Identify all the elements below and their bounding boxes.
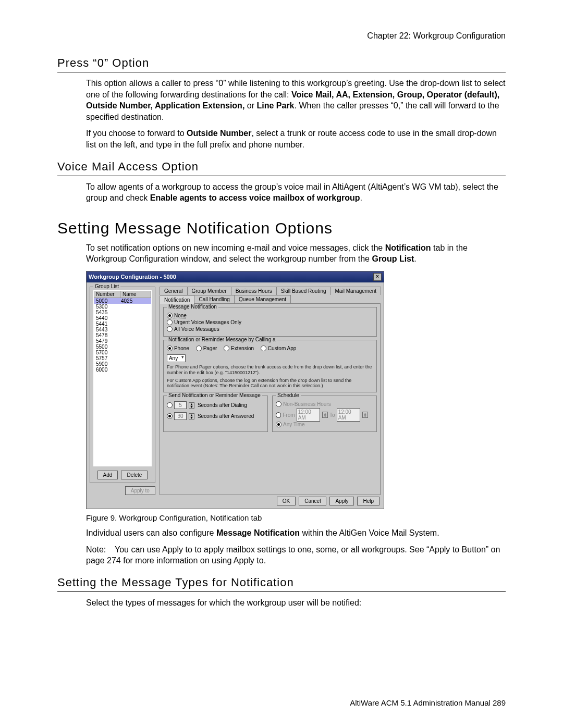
tab-row-1: GeneralGroup MemberBusiness HoursSkill B… bbox=[160, 287, 381, 295]
text: . bbox=[264, 556, 266, 565]
tab-business-hours[interactable]: Business Hours bbox=[231, 287, 277, 295]
add-button[interactable]: Add bbox=[97, 471, 118, 479]
text-bold: Apply to bbox=[162, 545, 192, 554]
col-name[interactable]: Name bbox=[120, 291, 151, 298]
after-figure-para: Individual users can also configure Mess… bbox=[86, 527, 506, 539]
ok-button[interactable]: OK bbox=[277, 497, 296, 505]
section-press-0-title: Press “0” Option bbox=[57, 56, 506, 72]
radio-icon bbox=[167, 326, 173, 332]
to-time-input[interactable]: 12:00 AM bbox=[337, 408, 360, 422]
radio-seconds-after-answered[interactable]: 30▲▼ Seconds after Answered bbox=[167, 412, 254, 420]
figure-caption: Figure 9. Workgroup Configuration, Notif… bbox=[86, 513, 506, 522]
spinner-icon[interactable]: ▲▼ bbox=[189, 402, 194, 409]
tab-mail-management[interactable]: Mail Management bbox=[331, 287, 381, 295]
by-calling-label: Notification or Reminder Message by Call… bbox=[167, 337, 277, 342]
dialog-titlebar[interactable]: Workgroup Configuration - 5000 × bbox=[87, 272, 384, 282]
radio-none[interactable]: None bbox=[167, 313, 187, 318]
text: Individual users can also configure bbox=[86, 528, 216, 537]
radio-urgent[interactable]: Urgent Voice Messages Only bbox=[167, 319, 241, 325]
radio-icon bbox=[167, 319, 173, 325]
help-text-1: For Phone and Pager options, choose the … bbox=[167, 364, 373, 376]
from-time-input[interactable]: 12:00 AM bbox=[297, 408, 320, 422]
answered-seconds-input[interactable]: 30 bbox=[174, 412, 187, 420]
radio-from-to[interactable]: From 12:00 AM▲▼ To 12:00 AM▲▼ bbox=[276, 408, 368, 422]
radio-non-business-hours[interactable]: Non-Business Hours bbox=[276, 401, 331, 407]
group-list-grid[interactable]: Number Name 5000402553005435544054415443… bbox=[93, 290, 152, 466]
text-bold: Line Park bbox=[256, 101, 294, 110]
table-row[interactable]: 5435 bbox=[94, 310, 151, 315]
text-bold: Enable agents to access voice mailbox of… bbox=[150, 193, 360, 202]
table-row[interactable]: 5500 bbox=[94, 344, 151, 350]
vm-access-para: To allow agents of a workgroup to access… bbox=[86, 181, 506, 204]
table-row[interactable]: 5700 bbox=[94, 350, 151, 355]
table-row[interactable]: 5300 bbox=[94, 304, 151, 310]
tab-skill-based-routing[interactable]: Skill Based Routing bbox=[276, 287, 331, 295]
spinner-icon[interactable]: ▲▼ bbox=[362, 412, 368, 418]
help-button[interactable]: Help bbox=[357, 497, 380, 505]
table-row[interactable]: 5443 bbox=[94, 327, 151, 332]
radio-icon bbox=[276, 401, 282, 407]
radio-extension[interactable]: Extension bbox=[224, 346, 254, 351]
table-row[interactable]: 5441 bbox=[94, 321, 151, 327]
tab-group-member[interactable]: Group Member bbox=[187, 287, 231, 295]
radio-pager[interactable]: Pager bbox=[196, 346, 217, 351]
table-row[interactable]: 5440 bbox=[94, 315, 151, 321]
dialog-title: Workgroup Configuration - 5000 bbox=[89, 274, 176, 280]
table-row[interactable]: 5478 bbox=[94, 332, 151, 338]
cancel-button[interactable]: Cancel bbox=[299, 497, 326, 505]
table-row[interactable]: 5757 bbox=[94, 355, 151, 361]
text-bold: Apply to bbox=[234, 556, 264, 565]
radio-icon bbox=[196, 346, 202, 351]
spinner-icon[interactable]: ▲▼ bbox=[322, 412, 328, 418]
radio-phone[interactable]: Phone bbox=[167, 346, 189, 351]
radio-any-time[interactable]: Any Time bbox=[276, 422, 305, 427]
radio-icon bbox=[224, 346, 229, 351]
radio-icon bbox=[167, 413, 173, 419]
table-row[interactable]: 5479 bbox=[94, 338, 151, 344]
tab-general[interactable]: General bbox=[160, 287, 188, 295]
radio-icon bbox=[167, 313, 173, 318]
note-label: Note: bbox=[86, 544, 115, 556]
heading-setting-msg-notif: Setting Message Notification Options bbox=[57, 219, 506, 237]
radio-all[interactable]: All Voice Messages bbox=[167, 326, 219, 332]
spinner-icon[interactable]: ▲▼ bbox=[189, 413, 194, 419]
trunk-access-select[interactable]: Any bbox=[167, 354, 186, 362]
radio-icon bbox=[167, 402, 173, 408]
table-row[interactable]: 5900 bbox=[94, 361, 151, 367]
dialing-seconds-input[interactable]: 5 bbox=[174, 401, 187, 409]
press-0-para-1: This option allows a caller to press “0”… bbox=[86, 78, 506, 122]
text: within the AltiGen Voice Mail System. bbox=[300, 528, 439, 537]
text-bold: Group List bbox=[372, 254, 414, 263]
page-footer: AltiWare ACM 5.1 Administration Manual 2… bbox=[350, 698, 506, 707]
msg-notif-label: Message Notification bbox=[167, 304, 218, 310]
chapter-header: Chapter 22: Workgroup Configuration bbox=[57, 31, 506, 41]
tab-queue-management[interactable]: Queue Management bbox=[234, 295, 291, 303]
col-number[interactable]: Number bbox=[94, 291, 120, 298]
message-notification-group: Message Notification None Urgent Voice M… bbox=[163, 307, 377, 337]
msg-types-para: Select the types of messages for which t… bbox=[86, 597, 506, 609]
tab-call-handling[interactable]: Call Handling bbox=[194, 295, 234, 303]
table-row[interactable]: 6000 bbox=[94, 367, 151, 373]
help-text-2: For Custom App options, choose the log o… bbox=[167, 378, 373, 389]
tab-notification[interactable]: Notification bbox=[160, 295, 194, 304]
radio-custom-app[interactable]: Custom App bbox=[261, 346, 296, 351]
apply-to-button[interactable]: Apply to bbox=[125, 486, 155, 495]
radio-seconds-after-dialing[interactable]: 5▲▼ Seconds after Dialing bbox=[167, 401, 247, 409]
by-calling-group: Notification or Reminder Message by Call… bbox=[163, 340, 377, 392]
text: . bbox=[414, 254, 416, 263]
section-vm-access-title: Voice Mail Access Option bbox=[57, 160, 506, 176]
note-para: Note:You can use Apply to to apply mailb… bbox=[86, 544, 506, 566]
text: . bbox=[360, 193, 362, 202]
schedule-group: Schedule Non-Business Hours From 12:00 A… bbox=[272, 396, 377, 432]
press-0-para-2: If you choose to forward to Outside Numb… bbox=[86, 128, 506, 150]
tab-row-2: NotificationCall HandlingQueue Managemen… bbox=[160, 295, 381, 303]
table-row[interactable]: 50004025 bbox=[94, 298, 151, 304]
close-icon[interactable]: × bbox=[373, 273, 382, 281]
send-notif-label: Send Notification or Reminder Message bbox=[167, 392, 262, 398]
section-msg-types-title: Setting the Message Types for Notificati… bbox=[57, 576, 506, 592]
apply-button[interactable]: Apply bbox=[329, 497, 354, 505]
radio-icon bbox=[276, 412, 281, 418]
text: If you choose to forward to bbox=[86, 129, 187, 138]
delete-button[interactable]: Delete bbox=[121, 471, 148, 479]
radio-icon bbox=[276, 422, 282, 427]
